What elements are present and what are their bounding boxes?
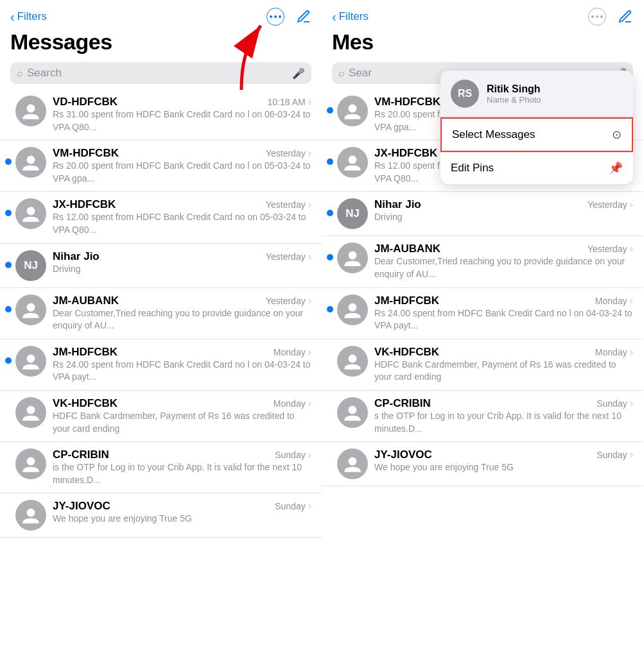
sender-name: JM-AUBANK: [374, 243, 440, 255]
dot-1: [270, 15, 272, 18]
right-back-button[interactable]: ‹ Filters: [332, 10, 369, 24]
person-icon: [21, 152, 41, 173]
message-item[interactable]: JY-JIOVOCSunday›We hope you are enjoying…: [322, 442, 643, 486]
person-icon: [342, 248, 363, 268]
sender-name: JY-JIOVOC: [374, 448, 432, 461]
chevron-right-icon: ›: [630, 243, 633, 255]
right-dot-1: [591, 15, 594, 18]
message-preview: Rs 12.00 spent from HDFC Bank Credit Car…: [53, 211, 311, 236]
avatar: NJ: [337, 198, 368, 229]
message-content: JM-AUBANKYesterday›Dear Customer,Tried r…: [53, 294, 311, 332]
person-icon: [21, 203, 41, 224]
message-top: Nihar JioYesterday›: [374, 198, 633, 211]
left-title-row: Messages: [0, 30, 322, 58]
dropdown-profile-item[interactable]: RS Ritik Singh Name & Photo: [440, 71, 633, 117]
left-back-button[interactable]: ‹ Filters: [10, 10, 47, 24]
message-item[interactable]: JM-AUBANKYesterday›Dear Customer,Tried r…: [0, 288, 322, 339]
chevron-right-icon: ›: [308, 199, 311, 210]
svg-point-7: [27, 457, 35, 466]
right-more-options-button[interactable]: [588, 8, 606, 26]
message-time: 10:18 AM: [268, 97, 306, 107]
avatar: [15, 147, 46, 178]
left-title: Messages: [10, 30, 112, 54]
message-item[interactable]: NJNihar JioYesterday›Driving: [0, 244, 322, 288]
message-top: JM-AUBANKYesterday›: [374, 243, 633, 255]
message-top: CP-CRIBINSunday›: [374, 397, 633, 410]
chevron-right-icon: ›: [630, 398, 633, 409]
person-icon: [21, 351, 41, 371]
dot-2: [274, 15, 277, 18]
sender-name: JM-HDFCBK: [374, 294, 439, 307]
sender-name: Nihar Jio: [374, 198, 421, 211]
right-dot-3: [600, 15, 603, 18]
message-time: Yesterday: [266, 296, 306, 306]
avatar: [15, 448, 46, 479]
select-messages-icon: ⊙: [612, 128, 622, 142]
svg-point-1: [27, 105, 35, 113]
more-options-button[interactable]: [266, 8, 284, 26]
right-back-chevron: ‹: [332, 10, 336, 24]
svg-point-3: [27, 207, 35, 216]
message-content: CP-CRIBINSunday›is the OTP for Log in to…: [53, 448, 311, 486]
message-item[interactable]: CP-CRIBINSunday›s the OTP for Log in to …: [322, 391, 643, 442]
chevron-right-icon: ›: [630, 346, 633, 358]
message-top: JM-HDFCBKMonday›: [53, 346, 311, 359]
right-header-icons: [588, 8, 633, 26]
message-top: Nihar JioYesterday›: [53, 250, 311, 263]
svg-point-15: [349, 457, 357, 466]
unread-dot: [5, 210, 12, 216]
dropdown-menu: RS Ritik Singh Name & Photo Select Messa…: [440, 71, 633, 184]
left-header-icons: [266, 8, 311, 26]
chevron-right-icon: ›: [308, 295, 311, 307]
message-content: Nihar JioYesterday›Driving: [53, 250, 311, 276]
person-icon: [21, 101, 41, 121]
message-item[interactable]: VK-HDFCBKMonday›HDFC Bank Cardmember, Pa…: [0, 391, 322, 442]
message-top: VM-HDFCBKYesterday›: [53, 147, 311, 160]
message-item[interactable]: CP-CRIBINSunday›is the OTP for Log in to…: [0, 442, 322, 493]
message-preview: HDFC Bank Cardmember, Payment of Rs 16 w…: [374, 359, 633, 384]
unread-dot: [327, 254, 333, 260]
message-item[interactable]: VM-HDFCBKYesterday›Rs 20.00 spent from H…: [0, 141, 322, 192]
unread-dot: [5, 357, 12, 364]
avatar-initials: NJ: [345, 207, 360, 220]
profile-initials: RS: [458, 88, 472, 99]
message-item[interactable]: JM-HDFCBKMonday›Rs 24.00 spent from HDFC…: [0, 339, 322, 391]
avatar: [337, 397, 368, 428]
message-item[interactable]: VD-HDFCBK10:18 AM›Rs 31.00 spent from HD…: [0, 89, 322, 141]
chevron-right-icon: ›: [630, 449, 633, 461]
svg-point-8: [27, 509, 35, 517]
message-preview: Dear Customer,Tried reaching you to prov…: [53, 307, 311, 332]
message-item[interactable]: JY-JIOVOCSunday›We hope you are enjoying…: [0, 493, 322, 538]
message-content: VK-HDFCBKMonday›HDFC Bank Cardmember, Pa…: [374, 346, 633, 384]
left-header: ‹ Filters: [0, 0, 322, 30]
person-icon: [342, 454, 363, 474]
message-item[interactable]: JX-HDFCBKYesterday›Rs 12.00 spent from H…: [0, 192, 322, 243]
avatar: [15, 397, 46, 428]
message-time: Sunday: [596, 450, 627, 460]
chevron-right-icon: ›: [308, 346, 311, 358]
edit-pins-item[interactable]: Edit Pins 📌: [440, 152, 633, 184]
message-preview: Dear Customer,Tried reaching you to prov…: [374, 255, 633, 280]
chevron-right-icon: ›: [308, 449, 311, 461]
message-item[interactable]: JM-AUBANKYesterday›Dear Customer,Tried r…: [322, 236, 643, 287]
right-compose-button[interactable]: [618, 9, 633, 24]
person-icon: [21, 454, 41, 474]
svg-point-14: [349, 406, 357, 414]
unread-dot: [327, 306, 333, 312]
right-dot-2: [596, 15, 598, 18]
avatar: [337, 243, 368, 273]
message-content: JY-JIOVOCSunday›We hope you are enjoying…: [53, 500, 311, 525]
sender-name: CP-CRIBIN: [374, 397, 431, 410]
message-top: JY-JIOVOCSunday›: [374, 448, 633, 461]
compose-button[interactable]: [296, 9, 311, 24]
left-search-icon: ⌕: [17, 67, 23, 79]
message-item[interactable]: NJNihar JioYesterday›Driving: [322, 192, 643, 236]
select-messages-item[interactable]: Select Messages ⊙: [440, 117, 633, 152]
left-search-bar[interactable]: ⌕ Search 🎤: [10, 62, 311, 84]
message-item[interactable]: VK-HDFCBKMonday›HDFC Bank Cardmember, Pa…: [322, 339, 643, 391]
avatar: [337, 448, 368, 479]
message-item[interactable]: JM-HDFCBKMonday›Rs 24.00 spent from HDFC…: [322, 288, 643, 339]
message-time: Yesterday: [266, 200, 306, 210]
person-icon: [21, 505, 41, 525]
left-search-placeholder: Search: [27, 67, 288, 80]
